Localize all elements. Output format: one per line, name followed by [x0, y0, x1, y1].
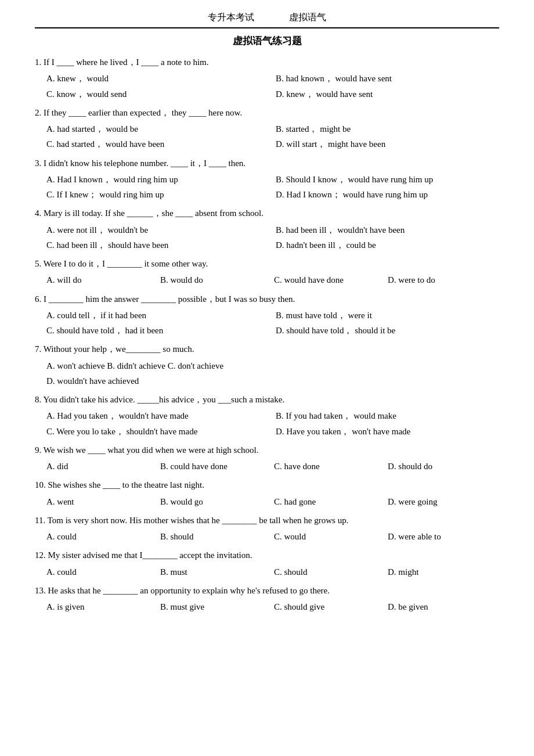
- options-grid-4: A. were not ill， wouldn't beB. had been …: [35, 222, 499, 253]
- question-text-8: 8. You didn't take his advice. _____his …: [35, 392, 499, 407]
- option-1-1: B. had known， would have sent: [276, 71, 499, 86]
- questions-container: 1. If I ____ where he lived，I ____ a not…: [35, 55, 499, 614]
- option-6-2: C. should have told， had it been: [46, 323, 270, 338]
- option-12-1: B. must: [160, 564, 272, 579]
- question-text-7: 7. Without your help，we________ so much.: [35, 341, 499, 357]
- question-9: 9. We wish we ____ what you did when we …: [35, 442, 499, 474]
- option-8-1: B. If you had taken， would make: [276, 408, 499, 423]
- option-10-1: B. would go: [160, 494, 272, 509]
- option-9-1: B. could have done: [160, 459, 272, 474]
- option-4-3: D. hadn't been ill， could be: [276, 237, 499, 253]
- option-8-0: A. Had you taken， wouldn't have made: [46, 408, 270, 423]
- question-8: 8. You didn't take his advice. _____his …: [35, 392, 499, 439]
- option-3-3: D. Had I known； would have rung him up: [276, 187, 499, 202]
- option-4-0: A. were not ill， wouldn't be: [46, 222, 270, 237]
- option-5-0: A. will do: [46, 272, 158, 287]
- option-10-3: D. were going: [388, 494, 499, 509]
- option-6-0: A. could tell， if it had been: [46, 308, 270, 323]
- option-5-2: C. would have done: [274, 272, 385, 287]
- option-8-2: C. Were you lo take， shouldn't have made: [46, 424, 270, 439]
- question-text-10: 10. She wishes she ____ to the theatre l…: [35, 477, 499, 492]
- option-2-1: B. started， might be: [276, 121, 499, 136]
- option-6-3: D. should have told， should it be: [276, 323, 499, 338]
- option-12-0: A. could: [46, 564, 158, 579]
- option-4-1: B. had been ill， wouldn't have been: [276, 222, 499, 237]
- option-3-1: B. Should I know， would have rung him up: [276, 172, 499, 187]
- option-10-0: A. went: [46, 494, 158, 509]
- options-grid-13: A. is givenB. must giveC. should giveD. …: [35, 599, 499, 614]
- option-4-2: C. had been ill， should have been: [46, 237, 270, 253]
- question-1: 1. If I ____ where he lived，I ____ a not…: [35, 55, 499, 102]
- option-11-1: B. should: [160, 529, 272, 544]
- option-1-0: A. knew， would: [46, 71, 270, 86]
- options-grid-1: A. knew， wouldB. had known， would have s…: [35, 71, 499, 102]
- options-grid-3: A. Had I known， would ring him upB. Shou…: [35, 172, 499, 203]
- header: 专升本考试 虚拟语气: [35, 12, 499, 28]
- question-11: 11. Tom is very short now. His mother wi…: [35, 513, 499, 545]
- options-grid-5: A. will doB. would doC. would have doneD…: [35, 272, 499, 287]
- options-grid-10: A. wentB. would goC. had goneD. were goi…: [35, 494, 499, 509]
- option-13-2: C. should give: [274, 599, 385, 614]
- option-5-3: D. were to do: [388, 272, 499, 287]
- question-10: 10. She wishes she ____ to the theatre l…: [35, 477, 499, 509]
- question-text-4: 4. Mary is ill today. If she ______，she …: [35, 206, 499, 221]
- options-line1-7: A. won't achieve B. didn't achieve C. do…: [35, 358, 499, 373]
- option-11-2: C. would: [274, 529, 385, 544]
- option-12-3: D. might: [388, 564, 499, 579]
- options-grid-12: A. couldB. mustC. shouldD. might: [35, 564, 499, 579]
- question-text-12: 12. My sister advised me that I________ …: [35, 548, 499, 563]
- options-grid-6: A. could tell， if it had beenB. must hav…: [35, 308, 499, 339]
- question-text-13: 13. He asks that he ________ an opportun…: [35, 583, 499, 598]
- option-6-1: B. must have told， were it: [276, 308, 499, 323]
- options-grid-11: A. couldB. shouldC. wouldD. were able to: [35, 529, 499, 544]
- header-right: 虚拟语气: [289, 12, 326, 24]
- header-left: 专升本考试: [208, 12, 254, 24]
- question-4: 4. Mary is ill today. If she ______，she …: [35, 206, 499, 253]
- question-2: 2. If they ____ earlier than expected， t…: [35, 105, 499, 152]
- option-9-3: D. should do: [388, 459, 499, 474]
- question-13: 13. He asks that he ________ an opportun…: [35, 583, 499, 615]
- question-text-5: 5. Were I to do it，I ________ it some ot…: [35, 256, 499, 271]
- option-2-2: C. had started， would have been: [46, 136, 270, 152]
- options-grid-8: A. Had you taken， wouldn't have madeB. I…: [35, 408, 499, 439]
- option-13-3: D. be given: [388, 599, 499, 614]
- option-9-0: A. did: [46, 459, 158, 474]
- option-10-2: C. had gone: [274, 494, 385, 509]
- question-6: 6. I ________ him the answer ________ po…: [35, 291, 499, 339]
- question-text-1: 1. If I ____ where he lived，I ____ a not…: [35, 55, 499, 70]
- option-12-2: C. should: [274, 564, 385, 579]
- question-12: 12. My sister advised me that I________ …: [35, 548, 499, 579]
- question-text-9: 9. We wish we ____ what you did when we …: [35, 442, 499, 458]
- question-text-3: 3. I didn't know his telephone number. _…: [35, 156, 499, 171]
- option-13-1: B. must give: [160, 599, 272, 614]
- option-8-3: D. Have you taken， won't have made: [276, 424, 499, 439]
- option-11-3: D. were able to: [388, 529, 499, 544]
- question-text-6: 6. I ________ him the answer ________ po…: [35, 291, 499, 307]
- option-3-0: A. Had I known， would ring him up: [46, 172, 270, 187]
- question-text-11: 11. Tom is very short now. His mother wi…: [35, 513, 499, 528]
- question-7: 7. Without your help，we________ so much.…: [35, 341, 499, 388]
- question-text-2: 2. If they ____ earlier than expected， t…: [35, 105, 499, 120]
- option-13-0: A. is given: [46, 599, 158, 614]
- options-grid-9: A. didB. could have doneC. have doneD. s…: [35, 459, 499, 474]
- option-1-2: C. know， would send: [46, 87, 270, 102]
- option-5-1: B. would do: [160, 272, 272, 287]
- question-3: 3. I didn't know his telephone number. _…: [35, 156, 499, 203]
- option-3-2: C. If I knew； would ring him up: [46, 187, 270, 202]
- option-2-0: A. had started， would be: [46, 121, 270, 136]
- question-5: 5. Were I to do it，I ________ it some ot…: [35, 256, 499, 288]
- options-grid-2: A. had started， would beB. started， migh…: [35, 121, 499, 152]
- option-2-3: D. will start， might have been: [276, 136, 499, 152]
- page-title: 虚拟语气练习题: [35, 34, 499, 48]
- option-11-0: A. could: [46, 529, 158, 544]
- option-9-2: C. have done: [274, 459, 385, 474]
- option-1-3: D. knew， would have sent: [276, 87, 499, 102]
- options-line2-7: D. wouldn't have achieved: [35, 373, 499, 388]
